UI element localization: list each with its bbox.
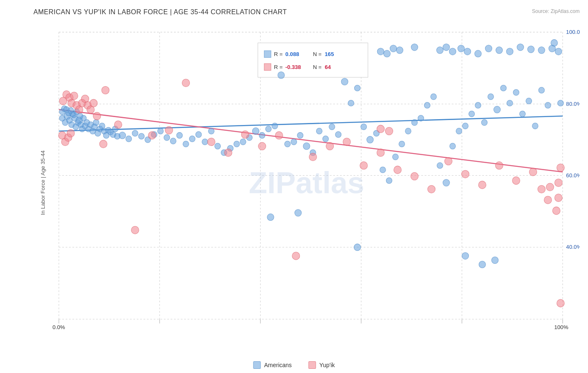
svg-point-76 (132, 130, 138, 136)
svg-point-209 (478, 181, 486, 189)
svg-text:0.0%: 0.0% (53, 324, 65, 330)
svg-point-151 (449, 48, 456, 55)
svg-point-201 (343, 138, 350, 146)
svg-point-84 (183, 141, 189, 147)
svg-point-166 (462, 253, 469, 259)
svg-point-97 (266, 126, 271, 132)
svg-point-159 (527, 46, 534, 53)
svg-point-162 (555, 48, 562, 55)
svg-point-137 (519, 111, 525, 117)
svg-point-203 (377, 149, 384, 157)
svg-point-124 (437, 163, 443, 169)
svg-point-156 (496, 47, 503, 54)
svg-point-140 (539, 87, 545, 93)
svg-point-135 (507, 100, 513, 106)
svg-point-85 (189, 136, 195, 142)
svg-point-210 (496, 162, 503, 170)
svg-point-133 (493, 106, 500, 113)
svg-point-184 (67, 129, 74, 137)
svg-point-106 (322, 136, 328, 142)
svg-point-145 (383, 50, 390, 57)
svg-text:64: 64 (325, 64, 331, 70)
svg-point-95 (252, 128, 259, 134)
svg-point-86 (196, 132, 202, 138)
svg-point-125 (443, 179, 450, 186)
svg-point-150 (443, 44, 450, 51)
svg-point-216 (555, 179, 562, 187)
svg-point-148 (411, 44, 418, 51)
svg-text:0.088: 0.088 (285, 51, 299, 57)
svg-point-202 (360, 162, 368, 170)
svg-point-109 (341, 78, 348, 85)
svg-rect-26 (264, 51, 271, 57)
svg-point-206 (428, 185, 435, 193)
svg-point-128 (463, 123, 468, 129)
chart-title: AMERICAN VS YUP'IK IN LABOR FORCE | AGE … (33, 8, 580, 16)
svg-point-149 (437, 47, 443, 54)
svg-point-155 (485, 45, 492, 52)
svg-point-187 (102, 87, 109, 95)
svg-point-80 (158, 128, 164, 134)
svg-point-120 (412, 120, 417, 125)
svg-point-173 (70, 92, 78, 100)
svg-point-55 (93, 120, 99, 125)
svg-point-126 (450, 143, 455, 149)
svg-point-92 (234, 141, 240, 147)
svg-point-122 (424, 102, 430, 108)
legend-item-yupik: Yup'ik (309, 361, 335, 369)
svg-point-165 (354, 244, 360, 250)
svg-point-180 (90, 99, 97, 107)
svg-point-117 (393, 154, 399, 160)
svg-point-185 (93, 112, 101, 120)
svg-point-205 (411, 172, 418, 180)
svg-point-154 (475, 50, 481, 57)
svg-line-24 (59, 110, 563, 172)
svg-point-222 (385, 127, 393, 135)
svg-point-190 (148, 132, 156, 140)
svg-point-197 (275, 132, 283, 140)
svg-point-119 (405, 128, 411, 134)
svg-point-134 (501, 85, 506, 91)
legend-label-americans: Americans (264, 362, 291, 368)
chart-legend: Americans Yup'ik (253, 361, 335, 369)
svg-point-102 (297, 133, 303, 138)
svg-point-218 (555, 194, 562, 202)
svg-point-130 (475, 102, 481, 108)
svg-text:100%: 100% (554, 324, 568, 330)
svg-point-163 (267, 214, 274, 220)
source-label: Source: ZipAtlas.com (532, 8, 580, 14)
svg-point-93 (240, 139, 246, 145)
svg-point-198 (292, 252, 300, 260)
svg-point-215 (538, 185, 545, 193)
svg-point-207 (445, 157, 452, 165)
svg-point-204 (394, 166, 401, 174)
svg-point-220 (557, 299, 564, 307)
svg-point-136 (513, 89, 519, 95)
svg-point-88 (208, 128, 214, 134)
svg-point-164 (295, 209, 302, 216)
svg-point-219 (552, 207, 560, 215)
svg-point-152 (458, 45, 464, 52)
svg-point-105 (316, 128, 322, 134)
svg-point-101 (291, 139, 297, 145)
svg-point-144 (377, 48, 384, 55)
svg-point-214 (557, 164, 564, 172)
svg-point-112 (361, 124, 367, 130)
svg-rect-25 (258, 43, 368, 77)
svg-text:80.0%: 80.0% (566, 101, 580, 107)
svg-point-118 (399, 141, 405, 147)
svg-point-192 (182, 79, 189, 87)
legend-label-yupik: Yup'ik (320, 362, 335, 368)
svg-point-77 (138, 133, 144, 139)
svg-point-157 (506, 48, 513, 55)
svg-point-139 (532, 123, 538, 129)
svg-point-103 (303, 143, 310, 149)
svg-point-108 (335, 132, 341, 138)
svg-point-96 (259, 133, 265, 138)
svg-point-87 (202, 139, 208, 145)
svg-point-146 (390, 45, 396, 52)
svg-point-195 (241, 130, 249, 138)
svg-point-111 (354, 85, 360, 91)
svg-point-75 (126, 136, 132, 142)
svg-text:N =: N = (313, 51, 322, 57)
